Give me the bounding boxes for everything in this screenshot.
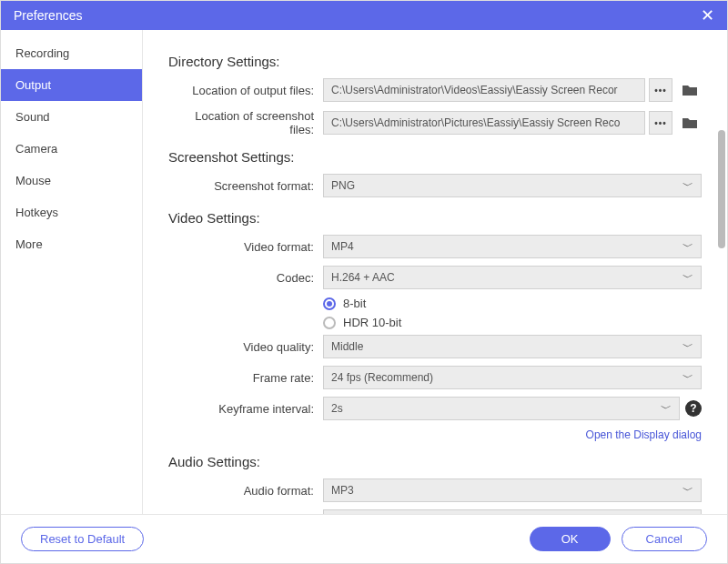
chevron-down-icon: ﹀: [682, 514, 693, 515]
screenshot-location-more-button[interactable]: •••: [649, 111, 672, 135]
close-icon[interactable]: ✕: [701, 5, 714, 25]
radio-8bit[interactable]: 8-bit: [323, 297, 702, 310]
video-codec-select[interactable]: H.264 + AAC ﹀: [323, 266, 702, 289]
row-keyframe-interval: Keyframe interval: 2s ﹀ ?: [168, 397, 702, 420]
keyframe-interval-select[interactable]: 2s ﹀: [323, 397, 680, 420]
row-video-quality: Video quality: Middle ﹀: [168, 335, 702, 358]
frame-rate-value: 24 fps (Recommend): [331, 371, 433, 384]
section-directory-title: Directory Settings:: [168, 54, 702, 69]
radio-8bit-label: 8-bit: [343, 297, 366, 310]
keyframe-interval-value: 2s: [331, 402, 343, 415]
screenshot-location-input[interactable]: C:\Users\Administrator\Pictures\Eassiy\E…: [323, 111, 645, 135]
label-screenshot-format: Screenshot format:: [168, 179, 323, 193]
output-location-input[interactable]: C:\Users\Administrator\Videos\Eassiy\Eas…: [323, 78, 645, 102]
preferences-window: Preferences ✕ Recording Output Sound Cam…: [0, 0, 728, 564]
row-video-codec: Codec: H.264 + AAC ﹀: [168, 266, 702, 289]
screenshot-format-select[interactable]: PNG ﹀: [323, 174, 702, 197]
output-location-folder-icon[interactable]: [678, 78, 702, 102]
cancel-button[interactable]: Cancel: [622, 527, 707, 551]
row-frame-rate: Frame rate: 24 fps (Recommend) ﹀: [168, 366, 702, 389]
label-video-quality: Video quality:: [168, 340, 323, 354]
sidebar-item-output[interactable]: Output: [1, 69, 142, 101]
content-panel[interactable]: Directory Settings: Location of output f…: [143, 30, 727, 514]
row-output-location: Location of output files: C:\Users\Admin…: [168, 78, 702, 102]
video-codec-value: H.264 + AAC: [331, 271, 395, 284]
chevron-down-icon: ﹀: [682, 239, 693, 255]
chevron-down-icon: ﹀: [682, 339, 693, 355]
row-screenshot-format: Screenshot format: PNG ﹀: [168, 174, 702, 197]
label-video-format: Video format:: [168, 240, 323, 254]
help-icon[interactable]: ?: [685, 400, 702, 417]
video-format-value: MP4: [331, 240, 354, 253]
video-quality-select[interactable]: Middle ﹀: [323, 335, 702, 358]
radio-icon: [323, 297, 336, 310]
footer-right-buttons: OK Cancel: [530, 527, 707, 551]
section-screenshot-title: Screenshot Settings:: [168, 149, 702, 165]
label-screenshot-location: Location of screenshot files:: [168, 109, 323, 136]
section-audio-title: Audio Settings:: [168, 454, 702, 469]
sidebar-item-mouse[interactable]: Mouse: [1, 165, 142, 196]
section-video-title: Video Settings:: [168, 210, 702, 226]
sidebar-item-more[interactable]: More: [1, 228, 142, 260]
radio-icon: [323, 317, 336, 329]
output-location-more-button[interactable]: •••: [649, 78, 672, 102]
chevron-down-icon: ﹀: [682, 178, 693, 194]
row-screenshot-location: Location of screenshot files: C:\Users\A…: [168, 109, 702, 136]
chevron-down-icon: ﹀: [661, 401, 672, 417]
row-audio-codec: Codec: MP3 ﹀: [168, 509, 702, 514]
screenshot-location-folder-icon[interactable]: [678, 111, 702, 135]
body: Recording Output Sound Camera Mouse Hotk…: [1, 30, 727, 514]
row-video-format: Video format: MP4 ﹀: [168, 235, 702, 258]
label-video-codec: Codec:: [168, 271, 323, 285]
titlebar: Preferences ✕: [1, 1, 727, 30]
open-display-dialog-link[interactable]: Open the Display dialog: [586, 428, 702, 441]
chevron-down-icon: ﹀: [682, 483, 693, 499]
reset-to-default-button[interactable]: Reset to Default: [21, 527, 144, 551]
video-quality-value: Middle: [331, 340, 363, 353]
radio-hdr10[interactable]: HDR 10-bit: [323, 316, 702, 329]
row-audio-format: Audio format: MP3 ﹀: [168, 478, 702, 502]
window-title: Preferences: [14, 8, 82, 23]
display-dialog-row: Open the Display dialog: [168, 428, 702, 441]
sidebar-item-recording[interactable]: Recording: [1, 37, 142, 69]
sidebar-item-camera[interactable]: Camera: [1, 133, 142, 165]
audio-format-select[interactable]: MP3 ﹀: [323, 478, 702, 502]
scrollbar-thumb[interactable]: [718, 130, 725, 248]
sidebar-item-sound[interactable]: Sound: [1, 101, 142, 133]
chevron-down-icon: ﹀: [682, 370, 693, 386]
sidebar: Recording Output Sound Camera Mouse Hotk…: [1, 30, 143, 514]
video-format-select[interactable]: MP4 ﹀: [323, 235, 702, 258]
label-keyframe-interval: Keyframe interval:: [168, 402, 323, 416]
label-output-location: Location of output files:: [168, 84, 323, 97]
audio-format-value: MP3: [331, 484, 354, 497]
label-audio-format: Audio format:: [168, 484, 323, 498]
footer: Reset to Default OK Cancel: [1, 514, 727, 563]
screenshot-format-value: PNG: [331, 179, 355, 192]
chevron-down-icon: ﹀: [682, 270, 693, 286]
audio-codec-select[interactable]: MP3 ﹀: [323, 509, 702, 514]
ok-button[interactable]: OK: [530, 527, 611, 551]
label-frame-rate: Frame rate:: [168, 371, 323, 385]
sidebar-item-hotkeys[interactable]: Hotkeys: [1, 196, 142, 228]
radio-hdr10-label: HDR 10-bit: [343, 316, 401, 329]
frame-rate-select[interactable]: 24 fps (Recommend) ﹀: [323, 366, 702, 389]
content-wrap: Directory Settings: Location of output f…: [143, 30, 727, 514]
